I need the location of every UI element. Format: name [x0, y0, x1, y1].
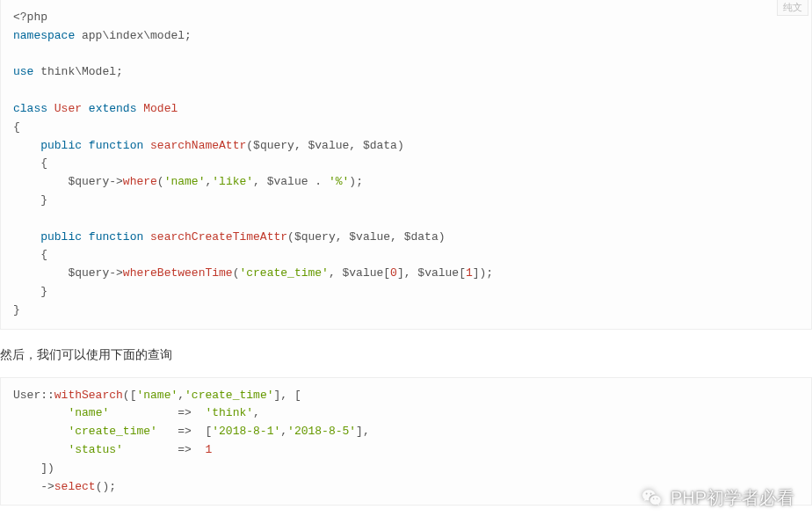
keyword: use — [13, 65, 33, 78]
pad — [13, 425, 68, 438]
number: 1 — [205, 443, 212, 456]
string: '2018-8-5' — [287, 425, 356, 438]
brace: { — [13, 248, 47, 261]
code-block-2: User::withSearch(['name','create_time'],… — [0, 377, 812, 506]
args: ($query, $value, $data) — [287, 230, 445, 244]
arrow: => [ — [157, 425, 212, 438]
string: 'name' — [164, 175, 206, 188]
code-text: -> — [13, 480, 54, 493]
keyword: extends — [89, 102, 137, 115]
punct: ], [ — [273, 389, 301, 402]
number: 0 — [390, 266, 397, 280]
code-text: <?php — [13, 11, 47, 24]
args: ($query, $value, $data) — [246, 139, 403, 152]
punct: ); — [349, 175, 363, 188]
brace: { — [13, 156, 47, 170]
punct: , — [178, 389, 185, 402]
brace: } — [13, 303, 20, 316]
pad — [13, 406, 68, 419]
arrow: => — [123, 443, 206, 456]
brace: } — [13, 193, 47, 207]
code-text: ]); — [473, 266, 493, 280]
string: 'create_time' — [68, 425, 156, 438]
method: where — [123, 175, 157, 188]
brace: { — [13, 120, 20, 134]
string: 'status' — [68, 443, 122, 456]
arrow: => — [109, 406, 205, 419]
function-name: searchNameAttr — [143, 139, 246, 152]
method: select — [54, 480, 96, 493]
corner-tab: 纯文 — [777, 0, 808, 16]
number: 1 — [466, 266, 473, 280]
string: '%' — [329, 175, 349, 188]
punct: ]) — [13, 462, 54, 475]
code-text: $query-> — [13, 175, 123, 188]
code-text: ], $value[ — [397, 266, 466, 280]
punct: (); — [96, 480, 116, 493]
class-name: Model — [136, 102, 178, 115]
string: '2018-8-1' — [212, 425, 280, 438]
string: 'name' — [136, 389, 178, 402]
keyword: public — [40, 139, 82, 152]
code-block-1: <?php namespace app\index\model; use thi… — [0, 0, 812, 330]
keyword: class — [13, 102, 47, 115]
code-text: User:: — [13, 389, 54, 402]
class-name: User — [47, 102, 89, 115]
method: withSearch — [54, 389, 123, 402]
method: whereBetweenTime — [123, 266, 233, 280]
string: 'think' — [205, 406, 253, 419]
keyword: function — [82, 230, 143, 244]
punct: ( — [157, 175, 164, 188]
code-text: , $value[ — [329, 266, 390, 280]
code-text: , $value . — [253, 175, 329, 188]
string: 'create_time' — [239, 266, 328, 280]
prose-text: 然后，我们可以使用下面的查询 — [0, 330, 812, 377]
punct: ], — [356, 425, 370, 438]
keyword: function — [82, 139, 143, 152]
string: 'like' — [212, 175, 253, 188]
code-text: think\Model; — [33, 65, 122, 78]
string: 'name' — [68, 406, 109, 419]
code-text: $query-> — [13, 266, 123, 280]
code-text: app\index\model; — [75, 29, 192, 42]
punct: , — [253, 406, 260, 419]
string: 'create_time' — [185, 389, 273, 402]
keyword: public — [40, 230, 82, 244]
punct: ([ — [123, 389, 137, 402]
keyword: namespace — [13, 29, 75, 42]
function-name: searchCreateTimeAttr — [143, 230, 287, 244]
brace: } — [13, 285, 47, 298]
punct: , — [280, 425, 287, 438]
pad — [13, 443, 68, 456]
